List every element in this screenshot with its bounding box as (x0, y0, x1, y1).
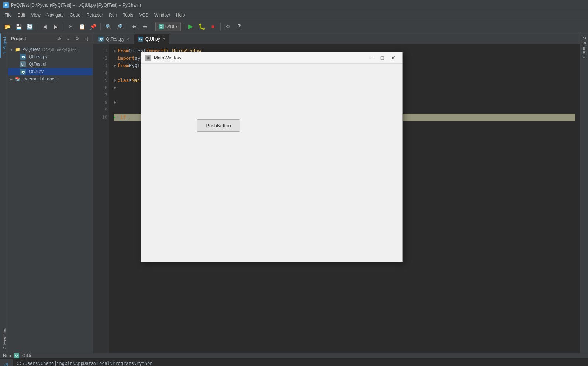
py-file-icon2: py (20, 69, 26, 75)
fold-10[interactable]: ⊕ (117, 114, 119, 121)
menu-navigate[interactable]: Navigate (44, 11, 67, 19)
file-name-qttest-ui: QtTest.ui (29, 62, 46, 67)
project-scroll-up[interactable]: ⊕ (56, 35, 63, 42)
project-root-name: PyQtTest (22, 47, 40, 52)
external-lib-label: External Libraries (22, 76, 56, 82)
menu-tools[interactable]: Tools (120, 11, 136, 19)
cut-button[interactable]: ✂ (66, 21, 76, 32)
back-button[interactable]: ◀ (39, 21, 50, 32)
sidebar-item-favorites[interactable]: 2: Favorites (0, 324, 8, 353)
run-config-arrow: ▾ (176, 24, 177, 28)
find-button[interactable]: 🔍 (103, 21, 113, 32)
mw-title: MainWindow (154, 55, 366, 61)
help-button[interactable]: ? (234, 21, 244, 32)
run-button[interactable]: ▶ (186, 21, 196, 32)
editor-area: py QtTest.py ✕ py QtUi.py ✕ 1 2 3 4 5 6 … (93, 33, 580, 353)
py-file-icon: py (20, 54, 26, 60)
tab-qtui-close[interactable]: ✕ (162, 37, 165, 41)
file-qttest-ui[interactable]: ui QtTest.ui (8, 61, 93, 68)
sync-button[interactable]: 🔄 (24, 21, 35, 32)
fold-1[interactable]: ⊕ (114, 47, 116, 55)
menu-help[interactable]: Help (173, 11, 188, 19)
toolbar-sep-5 (153, 23, 153, 30)
toolbar-sep-1 (37, 23, 37, 30)
stop-button[interactable]: ■ (208, 21, 218, 32)
run-tools-panel: ↺ ▲ ■ ▼ ⏸ ↩ ⚙ 📌 🗑 (0, 359, 13, 366)
menu-code[interactable]: Code (67, 11, 83, 19)
main-window-overlay: ▣ MainWindow ─ □ ✕ PushButton (141, 52, 403, 262)
root-folder-icon: 📁 (15, 46, 21, 52)
run-config-name: QtUi (165, 24, 174, 29)
project-root-path: D:\Python\PyQtTest (42, 47, 78, 52)
save-button[interactable]: 💾 (13, 21, 24, 32)
tab-qttest-close[interactable]: ✕ (127, 37, 130, 41)
toolbar-sep-7 (220, 23, 221, 30)
tab-qtui[interactable]: py QtUi.py ✕ (134, 34, 169, 44)
push-button[interactable]: PushButton (197, 119, 240, 132)
menu-bar: File Edit View Navigate Code Refactor Ru… (0, 10, 588, 20)
menu-vcs[interactable]: VCS (136, 11, 151, 19)
find2-button[interactable]: 🔎 (114, 21, 124, 32)
menu-run[interactable]: Run (106, 11, 120, 19)
file-qttest-py[interactable]: py QtTest.py (8, 53, 93, 61)
forward-button[interactable]: ▶ (51, 21, 61, 32)
fold-3[interactable]: ⊕ (114, 62, 116, 69)
settings-button[interactable]: ⚙ (223, 21, 233, 32)
right-sidebar: Z: Structure (580, 33, 588, 353)
mw-minimize-button[interactable]: ─ (366, 54, 377, 62)
mw-maximize-button[interactable]: □ (377, 54, 388, 62)
tab-qttest-icon: py (98, 37, 104, 42)
mw-close-button[interactable]: ✕ (388, 54, 399, 62)
title-bar: P PyQtTest [D:\Python\PyQtTest] – ...\Qt… (0, 0, 588, 10)
toolbar-sep-2 (63, 23, 63, 30)
tab-qttest-label: QtTest.py (106, 37, 125, 42)
project-panel-title: Project (11, 36, 26, 41)
open-button[interactable]: 📂 (2, 21, 13, 32)
menu-window[interactable]: Window (151, 11, 173, 19)
mw-content: PushButton (141, 64, 402, 262)
file-name-qttest: QtTest.py (29, 54, 48, 59)
file-qtui-py[interactable]: py QtUi.py (8, 68, 93, 75)
toolbar-sep-4 (127, 23, 127, 30)
run-label: Run (3, 353, 11, 358)
external-libraries[interactable]: ▶ 📚 External Libraries (8, 75, 93, 83)
menu-file[interactable]: File (1, 11, 14, 19)
line-numbers: 1 2 3 4 5 6 7 8 9 10 (93, 44, 109, 353)
project-settings[interactable]: ⚙ (73, 35, 81, 42)
menu-edit[interactable]: Edit (14, 11, 28, 19)
app-icon: P (3, 2, 9, 8)
paste-button[interactable]: 📌 (88, 21, 98, 32)
copy-button[interactable]: 📋 (77, 21, 87, 32)
toolbar-sep-6 (183, 23, 183, 30)
editor-tabs-bar: py QtTest.py ✕ py QtUi.py ✕ (93, 33, 580, 44)
tab-qttest[interactable]: py QtTest.py ✕ (94, 34, 134, 44)
menu-refactor[interactable]: Refactor (83, 11, 106, 19)
sidebar-item-project[interactable]: 1: Project (0, 33, 8, 58)
toolbar-sep-3 (100, 23, 101, 30)
project-root-item[interactable]: ▼ 📁 PyQtTest D:\Python\PyQtTest (8, 46, 93, 53)
fold-6[interactable]: ⊕ (114, 84, 116, 92)
nav-fwd-button[interactable]: ➡ (140, 21, 151, 32)
project-collapse[interactable]: ≡ (65, 35, 72, 42)
bottom-content: ↺ ▲ ■ ▼ ⏸ ↩ ⚙ 📌 🗑 C:\Users\Chengjingxin\… (0, 359, 588, 366)
fold-5[interactable]: ⊕ (114, 77, 116, 84)
ext-icon: 📚 (15, 76, 21, 82)
bottom-tabs-bar: Run Q QtUi (0, 353, 588, 359)
tab-qtui-label: QtUi.py (145, 37, 160, 42)
run-config-icon: Q (14, 353, 19, 358)
mw-titlebar: ▣ MainWindow ─ □ ✕ (141, 52, 402, 64)
root-arrow: ▼ (10, 48, 15, 52)
run-config-selector[interactable]: Q QtUi ▾ (155, 22, 181, 31)
run-marker-10: ▶ (114, 114, 116, 121)
fold-8[interactable]: ⊕ (114, 99, 116, 106)
sidebar-item-structure[interactable]: Z: Structure (580, 33, 588, 62)
project-tree: ▼ 📁 PyQtTest D:\Python\PyQtTest py QtTes… (8, 44, 93, 353)
nav-back-button[interactable]: ⬅ (129, 21, 139, 32)
code-editor: 1 2 3 4 5 6 7 8 9 10 ⊕ from QtTest impor… (93, 44, 580, 353)
file-name-qtui: QtUi.py (29, 69, 44, 74)
project-hide[interactable]: ◁ (82, 35, 90, 42)
menu-view[interactable]: View (28, 11, 44, 19)
bottom-panel: Run Q QtUi ↺ ▲ ■ ▼ ⏸ ↩ ⚙ 📌 🗑 C:\Users\Ch… (0, 353, 588, 366)
rerun-button[interactable]: ↺ (1, 360, 11, 366)
debug-button[interactable]: 🐛 (197, 21, 207, 32)
